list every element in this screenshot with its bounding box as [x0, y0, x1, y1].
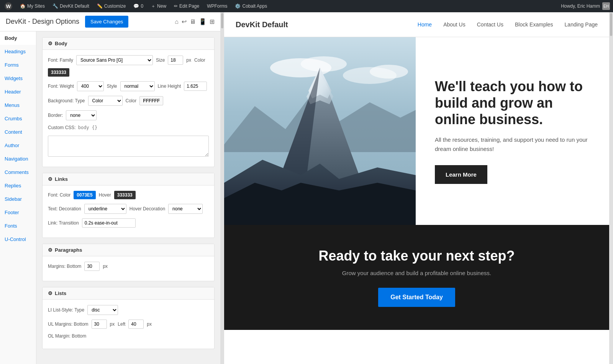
links-hover-swatch[interactable]: 333333 — [114, 191, 136, 199]
bg-color-label: Color — [126, 98, 137, 103]
header-icons: ⌂ ↩ 🖥 📱 ⊞ — [175, 18, 215, 25]
nav-link-home[interactable]: Home — [418, 21, 432, 28]
bg-type-label: Background: Type — [48, 98, 85, 103]
website-preview: DevKit Default Home About Us Contact Us … — [224, 12, 609, 364]
link-transition-input[interactable] — [82, 218, 136, 228]
sidebar-item-fonts[interactable]: Fonts — [0, 219, 36, 233]
home-icon[interactable]: ⌂ — [175, 18, 179, 25]
custom-css-hint: body {} — [78, 125, 98, 130]
font-family-row: Font: Family Source Sans Pro [G] Size px… — [48, 55, 209, 77]
sidebar-item-menus[interactable]: Menus — [0, 98, 36, 112]
font-size-input[interactable] — [168, 56, 183, 65]
comments-icon: 💬 — [133, 3, 139, 9]
bg-color-swatch[interactable]: FFFFFF — [139, 96, 163, 105]
admin-bar-edit-page[interactable]: ✏ Edit Page — [172, 0, 201, 12]
sidebar-item-forms[interactable]: Forms — [0, 58, 36, 72]
nav-link-landing-page[interactable]: Landing Page — [565, 21, 598, 28]
body-section-card: ⚙ Body Font: Family Source Sans Pro [G] … — [42, 37, 215, 167]
sidebar-item-headings[interactable]: Headings — [0, 45, 36, 58]
body-section-header: ⚙ Body — [43, 38, 214, 50]
size-label: Size — [156, 57, 165, 63]
wp-logo-icon: W — [5, 2, 12, 10]
grid-icon[interactable]: ⊞ — [210, 18, 215, 25]
nav-link-about[interactable]: About Us — [443, 21, 465, 28]
admin-bar: W 🏠 My Sites 🔧 DevKit Default ✏️ Customi… — [0, 0, 613, 12]
links-color-swatch[interactable]: 0073E5 — [74, 191, 95, 199]
desktop-icon[interactable]: 🖥 — [190, 18, 196, 25]
sites-icon: 🏠 — [20, 3, 26, 9]
sidebar-item-comments[interactable]: Comments — [0, 166, 36, 179]
sidebar-item-crumbs[interactable]: Crumbs — [0, 112, 36, 125]
devkit-icon: 🔧 — [52, 3, 58, 9]
text-decoration-select[interactable]: underline — [84, 204, 126, 214]
admin-bar-devkit[interactable]: 🔧 DevKit Default — [51, 0, 91, 12]
font-weight-select[interactable]: 400 — [77, 81, 104, 91]
border-select[interactable]: none — [66, 110, 97, 120]
admin-bar-wpforms[interactable]: WPForms — [205, 0, 229, 12]
admin-bar-new[interactable]: ＋ New — [149, 0, 168, 12]
sidebar-item-u-control[interactable]: U-Control — [0, 233, 36, 246]
link-transition-row: Link: Transition — [48, 218, 209, 228]
font-color-swatch[interactable]: 333333 — [48, 68, 69, 77]
left-scrollbar — [220, 12, 224, 364]
sidebar-item-content[interactable]: Content — [0, 125, 36, 139]
main-layout: DevKit - Design Options Save Changes ⌂ ↩… — [0, 12, 613, 364]
save-changes-button[interactable]: Save Changes — [85, 16, 128, 28]
right-scrollbar-thumb — [610, 13, 612, 36]
nav-link-block-examples[interactable]: Block Examples — [515, 21, 553, 28]
admin-bar-howdy[interactable]: Howdy, Eric Hamm EH — [561, 2, 610, 10]
border-label: Border: — [48, 113, 63, 118]
page-title: DevKit - Design Options — [6, 18, 79, 26]
hero-image — [224, 37, 416, 225]
svg-point-2 — [301, 56, 347, 72]
site-logo: DevKit Default — [236, 20, 288, 29]
margins-bottom-input[interactable] — [84, 262, 100, 271]
links-font-color-label: Font: Color — [48, 192, 70, 198]
sidebar-item-sidebar[interactable]: Sidebar — [0, 192, 36, 206]
line-height-input[interactable] — [184, 82, 207, 91]
left-panel: DevKit - Design Options Save Changes ⌂ ↩… — [0, 12, 220, 364]
cobalt-icon: ⚙️ — [235, 3, 241, 9]
hover-decoration-select[interactable]: none — [168, 204, 203, 214]
sidebar-item-body[interactable]: Body — [0, 31, 36, 45]
ul-margins-row: UL Margins: Bottom px Left px — [48, 320, 209, 329]
learn-more-button[interactable]: Learn More — [435, 165, 487, 184]
nav-link-contact[interactable]: Contact Us — [477, 21, 503, 28]
hero-section: We'll teach you how to build and grow an… — [224, 37, 609, 225]
font-family-select[interactable]: Source Sans Pro [G] — [76, 55, 153, 65]
ul-margins-bottom-input[interactable] — [92, 320, 107, 329]
admin-bar-customize[interactable]: ✏️ Customize — [95, 0, 128, 12]
hero-subtext: All the resources, training, and support… — [435, 135, 590, 154]
sidebar-item-widgets[interactable]: Widgets — [0, 72, 36, 85]
ul-margins-left-input[interactable] — [128, 320, 144, 329]
get-started-button[interactable]: Get Started Today — [378, 288, 455, 307]
font-style-select[interactable]: normal — [120, 81, 155, 91]
gear-icon-paragraphs: ⚙ — [48, 247, 52, 253]
sidebar-item-replies[interactable]: Replies — [0, 179, 36, 192]
line-height-label: Line Height — [158, 84, 181, 89]
mobile-icon[interactable]: 📱 — [199, 18, 207, 25]
left-content: Body Headings Forms Widgets Header Menus… — [0, 31, 220, 364]
body-section-body: Font: Family Source Sans Pro [G] Size px… — [43, 50, 214, 167]
font-weight-row: Font: Weight 400 Style normal Line Heigh… — [48, 81, 209, 91]
admin-bar-wp-logo[interactable]: W — [3, 0, 14, 12]
mountain-svg — [224, 37, 416, 225]
color-label: Color — [194, 57, 205, 63]
ul-margins-left-label: Left — [118, 321, 125, 327]
right-scrollbar — [609, 12, 613, 364]
plus-icon: ＋ — [151, 3, 156, 10]
custom-css-textarea[interactable] — [48, 136, 209, 157]
left-header: DevKit - Design Options Save Changes ⌂ ↩… — [0, 12, 220, 31]
sidebar-item-footer[interactable]: Footer — [0, 206, 36, 219]
customize-icon: ✏️ — [97, 3, 103, 9]
undo-icon[interactable]: ↩ — [182, 18, 187, 25]
sidebar-item-navigation[interactable]: Navigation — [0, 152, 36, 166]
admin-bar-comments[interactable]: 💬 0 — [132, 0, 145, 12]
margins-bottom-row: Margins: Bottom px — [48, 262, 209, 271]
admin-bar-cobalt-apps[interactable]: ⚙️ Cobalt Apps — [233, 0, 269, 12]
sidebar-item-header[interactable]: Header — [0, 85, 36, 98]
li-list-style-select[interactable]: disc — [87, 305, 118, 315]
admin-bar-my-sites[interactable]: 🏠 My Sites — [18, 0, 46, 12]
bg-type-select[interactable]: Color — [88, 96, 123, 106]
sidebar-item-author[interactable]: Author — [0, 139, 36, 152]
